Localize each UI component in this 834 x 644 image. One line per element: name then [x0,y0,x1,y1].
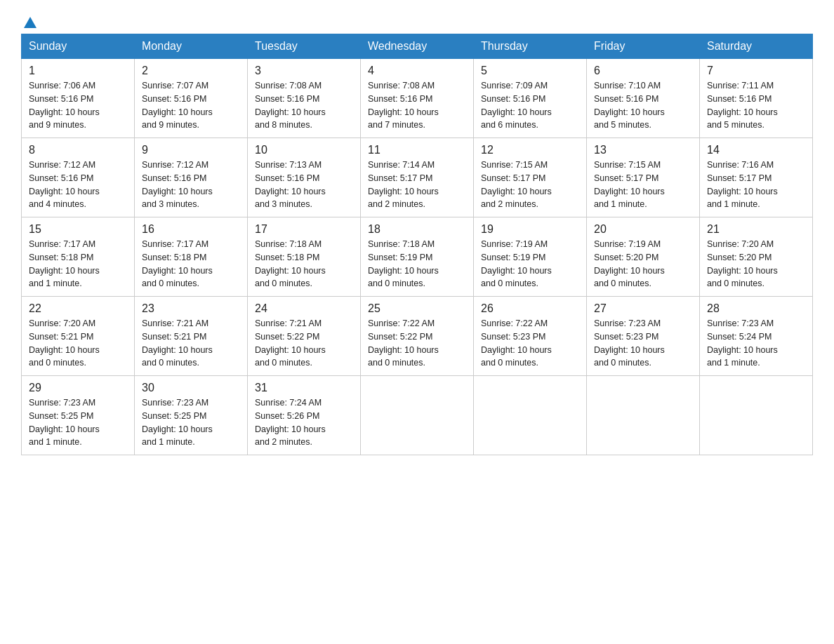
day-info: Sunrise: 7:17 AMSunset: 5:18 PMDaylight:… [142,238,240,290]
day-number: 20 [594,223,692,236]
day-info: Sunrise: 7:23 AMSunset: 5:25 PMDaylight:… [29,396,127,449]
calendar-cell: 25Sunrise: 7:22 AMSunset: 5:22 PMDayligh… [361,297,474,376]
day-number: 24 [255,302,353,315]
day-info: Sunrise: 7:07 AMSunset: 5:16 PMDaylight:… [142,79,240,132]
day-info: Sunrise: 7:18 AMSunset: 5:19 PMDaylight:… [368,238,466,290]
calendar-cell: 20Sunrise: 7:19 AMSunset: 5:20 PMDayligh… [587,217,700,297]
day-info: Sunrise: 7:19 AMSunset: 5:19 PMDaylight:… [481,238,579,290]
calendar-cell: 13Sunrise: 7:15 AMSunset: 5:17 PMDayligh… [587,138,700,217]
calendar-header-row: SundayMondayTuesdayWednesdayThursdayFrid… [22,34,813,59]
day-info: Sunrise: 7:16 AMSunset: 5:17 PMDaylight:… [707,159,805,211]
col-header-thursday: Thursday [474,34,587,59]
day-number: 18 [368,223,466,236]
day-info: Sunrise: 7:24 AMSunset: 5:26 PMDaylight:… [255,396,353,449]
calendar-cell: 31Sunrise: 7:24 AMSunset: 5:26 PMDayligh… [248,376,361,455]
calendar-cell: 9Sunrise: 7:12 AMSunset: 5:16 PMDaylight… [135,138,248,217]
day-info: Sunrise: 7:11 AMSunset: 5:16 PMDaylight:… [707,79,805,132]
day-number: 1 [29,65,127,77]
day-info: Sunrise: 7:12 AMSunset: 5:16 PMDaylight:… [29,159,127,211]
calendar-cell: 30Sunrise: 7:23 AMSunset: 5:25 PMDayligh… [135,376,248,455]
calendar-cell: 26Sunrise: 7:22 AMSunset: 5:23 PMDayligh… [474,297,587,376]
calendar-cell: 3Sunrise: 7:08 AMSunset: 5:16 PMDaylight… [248,59,361,138]
col-header-monday: Monday [135,34,248,59]
day-number: 14 [707,144,805,156]
day-number: 9 [142,144,240,156]
day-number: 2 [142,65,240,77]
calendar-cell: 7Sunrise: 7:11 AMSunset: 5:16 PMDaylight… [700,59,813,138]
day-number: 23 [142,302,240,315]
day-info: Sunrise: 7:22 AMSunset: 5:22 PMDaylight:… [368,317,466,370]
day-number: 26 [481,302,579,315]
day-info: Sunrise: 7:15 AMSunset: 5:17 PMDaylight:… [481,159,579,211]
day-number: 11 [368,144,466,156]
calendar-cell: 11Sunrise: 7:14 AMSunset: 5:17 PMDayligh… [361,138,474,217]
calendar-cell: 21Sunrise: 7:20 AMSunset: 5:20 PMDayligh… [700,217,813,297]
day-info: Sunrise: 7:23 AMSunset: 5:23 PMDaylight:… [594,317,692,370]
calendar-cell [474,376,587,455]
calendar-cell: 1Sunrise: 7:06 AMSunset: 5:16 PMDaylight… [22,59,135,138]
calendar-cell: 5Sunrise: 7:09 AMSunset: 5:16 PMDaylight… [474,59,587,138]
calendar-cell [587,376,700,455]
day-info: Sunrise: 7:19 AMSunset: 5:20 PMDaylight:… [594,238,692,290]
week-row-4: 22Sunrise: 7:20 AMSunset: 5:21 PMDayligh… [22,297,813,376]
day-number: 29 [29,382,127,394]
day-number: 5 [481,65,579,77]
day-info: Sunrise: 7:10 AMSunset: 5:16 PMDaylight:… [594,79,692,132]
col-header-sunday: Sunday [22,34,135,59]
calendar-cell: 6Sunrise: 7:10 AMSunset: 5:16 PMDaylight… [587,59,700,138]
calendar-cell: 22Sunrise: 7:20 AMSunset: 5:21 PMDayligh… [22,297,135,376]
day-info: Sunrise: 7:21 AMSunset: 5:21 PMDaylight:… [142,317,240,370]
day-info: Sunrise: 7:08 AMSunset: 5:16 PMDaylight:… [255,79,353,132]
day-number: 31 [255,382,353,394]
day-info: Sunrise: 7:20 AMSunset: 5:20 PMDaylight:… [707,238,805,290]
calendar-cell: 23Sunrise: 7:21 AMSunset: 5:21 PMDayligh… [135,297,248,376]
calendar-cell: 27Sunrise: 7:23 AMSunset: 5:23 PMDayligh… [587,297,700,376]
week-row-5: 29Sunrise: 7:23 AMSunset: 5:25 PMDayligh… [22,376,813,455]
calendar-cell: 18Sunrise: 7:18 AMSunset: 5:19 PMDayligh… [361,217,474,297]
day-number: 12 [481,144,579,156]
day-number: 6 [594,65,692,77]
calendar-cell: 4Sunrise: 7:08 AMSunset: 5:16 PMDaylight… [361,59,474,138]
day-info: Sunrise: 7:15 AMSunset: 5:17 PMDaylight:… [594,159,692,211]
calendar-cell: 10Sunrise: 7:13 AMSunset: 5:16 PMDayligh… [248,138,361,217]
logo [21,14,38,27]
day-info: Sunrise: 7:21 AMSunset: 5:22 PMDaylight:… [255,317,353,370]
calendar-table: SundayMondayTuesdayWednesdayThursdayFrid… [21,34,813,455]
day-info: Sunrise: 7:20 AMSunset: 5:21 PMDaylight:… [29,317,127,370]
calendar-cell [700,376,813,455]
week-row-2: 8Sunrise: 7:12 AMSunset: 5:16 PMDaylight… [22,138,813,217]
calendar-cell: 24Sunrise: 7:21 AMSunset: 5:22 PMDayligh… [248,297,361,376]
day-info: Sunrise: 7:22 AMSunset: 5:23 PMDaylight:… [481,317,579,370]
day-info: Sunrise: 7:17 AMSunset: 5:18 PMDaylight:… [29,238,127,290]
day-number: 13 [594,144,692,156]
day-info: Sunrise: 7:14 AMSunset: 5:17 PMDaylight:… [368,159,466,211]
calendar-cell: 28Sunrise: 7:23 AMSunset: 5:24 PMDayligh… [700,297,813,376]
day-number: 3 [255,65,353,77]
calendar-cell [361,376,474,455]
day-info: Sunrise: 7:12 AMSunset: 5:16 PMDaylight:… [142,159,240,211]
day-number: 30 [142,382,240,394]
day-number: 22 [29,302,127,315]
day-number: 27 [594,302,692,315]
week-row-3: 15Sunrise: 7:17 AMSunset: 5:18 PMDayligh… [22,217,813,297]
calendar-cell: 17Sunrise: 7:18 AMSunset: 5:18 PMDayligh… [248,217,361,297]
week-row-1: 1Sunrise: 7:06 AMSunset: 5:16 PMDaylight… [22,59,813,138]
calendar-cell: 12Sunrise: 7:15 AMSunset: 5:17 PMDayligh… [474,138,587,217]
day-info: Sunrise: 7:06 AMSunset: 5:16 PMDaylight:… [29,79,127,132]
day-number: 10 [255,144,353,156]
day-number: 17 [255,223,353,236]
calendar-cell: 16Sunrise: 7:17 AMSunset: 5:18 PMDayligh… [135,217,248,297]
calendar-cell: 8Sunrise: 7:12 AMSunset: 5:16 PMDaylight… [22,138,135,217]
day-number: 25 [368,302,466,315]
day-info: Sunrise: 7:23 AMSunset: 5:25 PMDaylight:… [142,396,240,449]
day-number: 19 [481,223,579,236]
calendar-cell: 14Sunrise: 7:16 AMSunset: 5:17 PMDayligh… [700,138,813,217]
day-info: Sunrise: 7:23 AMSunset: 5:24 PMDaylight:… [707,317,805,370]
day-info: Sunrise: 7:09 AMSunset: 5:16 PMDaylight:… [481,79,579,132]
day-number: 16 [142,223,240,236]
col-header-saturday: Saturday [700,34,813,59]
day-number: 21 [707,223,805,236]
svg-marker-0 [24,17,37,28]
day-info: Sunrise: 7:18 AMSunset: 5:18 PMDaylight:… [255,238,353,290]
col-header-tuesday: Tuesday [248,34,361,59]
